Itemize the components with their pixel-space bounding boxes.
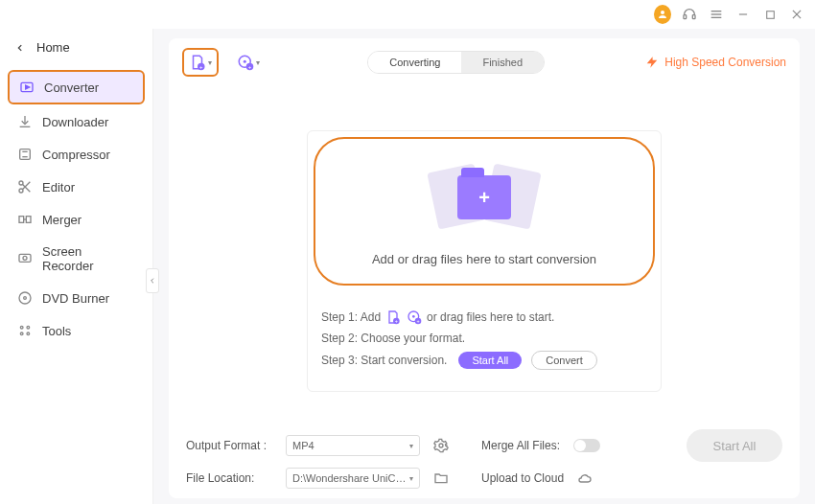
file-location-label: File Location: — [186, 471, 272, 485]
merger-icon — [17, 212, 33, 227]
gear-icon[interactable] — [433, 438, 449, 453]
upload-cloud-label: Upload to Cloud — [481, 471, 564, 485]
high-speed-label: High Speed Conversion — [664, 56, 786, 69]
download-icon — [17, 114, 33, 129]
svg-point-41 — [412, 315, 415, 318]
file-location-value: D:\Wondershare UniConverter 1 — [292, 472, 409, 484]
sidebar-item-editor[interactable]: Editor — [8, 172, 145, 202]
sidebar-collapse[interactable] — [146, 268, 159, 293]
converter-icon — [19, 80, 35, 95]
close-icon[interactable] — [788, 6, 805, 23]
svg-point-34 — [244, 60, 246, 63]
file-location-select[interactable]: D:\Wondershare UniConverter 1 ▾ — [286, 468, 420, 489]
plus-icon: + — [478, 187, 490, 209]
sidebar-item-merger[interactable]: Merger — [8, 204, 145, 235]
start-all-mini-button[interactable]: Start All — [458, 352, 522, 369]
folder-icon[interactable] — [433, 470, 449, 486]
svg-rect-23 — [19, 254, 31, 262]
svg-text:+: + — [199, 64, 203, 70]
main-area: + ▾ + ▾ Converting Finished High Speed C… — [153, 29, 815, 504]
content-panel: + ▾ + ▾ Converting Finished High Speed C… — [169, 38, 800, 498]
svg-point-28 — [27, 326, 30, 329]
titlebar — [0, 0, 815, 29]
step1-prefix: Step 1: Add — [321, 310, 381, 324]
chevron-left-icon — [15, 43, 25, 53]
convert-mini-button[interactable]: Convert — [531, 351, 597, 370]
svg-text:+: + — [248, 64, 252, 70]
output-format-select[interactable]: MP4 ▾ — [286, 435, 420, 456]
svg-text:+: + — [395, 318, 398, 324]
add-file-button[interactable]: + ▾ — [182, 48, 219, 77]
step3-text: Step 3: Start conversion. — [321, 354, 447, 367]
sidebar-item-label: Screen Recorder — [42, 244, 135, 273]
back-home[interactable]: Home — [8, 36, 145, 58]
home-label: Home — [36, 40, 70, 55]
sidebar-item-label: DVD Burner — [42, 291, 109, 306]
headset-icon[interactable] — [681, 6, 698, 23]
tab-segment: Converting Finished — [367, 51, 545, 74]
sidebar-item-downloader[interactable]: Downloader — [8, 106, 145, 137]
lightning-icon — [645, 56, 659, 69]
svg-point-25 — [19, 292, 31, 304]
tab-converting[interactable]: Converting — [368, 52, 461, 73]
drop-text: Add or drag files here to start conversi… — [372, 252, 596, 266]
maximize-icon[interactable] — [761, 6, 779, 23]
step1-suffix: or drag files here to start. — [427, 310, 554, 324]
svg-rect-1 — [684, 15, 687, 19]
toolbar: + ▾ + ▾ Converting Finished High Speed C… — [182, 48, 786, 77]
svg-rect-13 — [20, 149, 31, 160]
chevron-down-icon: ▾ — [409, 442, 413, 450]
sidebar-item-label: Tools — [42, 324, 71, 338]
svg-text:+: + — [417, 318, 420, 324]
chevron-left-icon — [149, 277, 156, 285]
sidebar-item-label: Converter — [44, 80, 99, 95]
disc-icon — [17, 290, 33, 306]
drop-zone[interactable]: + Add or drag files here to start conver… — [314, 137, 655, 286]
disc-plus-icon: + — [237, 54, 254, 71]
folder-illustration: + — [427, 158, 542, 235]
sidebar: Home Converter Downloader Compressor Edi… — [0, 29, 153, 504]
start-all-button[interactable]: Start All — [687, 429, 782, 462]
svg-point-29 — [20, 332, 23, 335]
sidebar-item-converter[interactable]: Converter — [8, 70, 145, 104]
svg-rect-2 — [692, 15, 695, 19]
merge-all-toggle[interactable] — [573, 439, 600, 452]
svg-rect-21 — [26, 217, 31, 223]
svg-marker-11 — [26, 85, 30, 89]
high-speed-toggle[interactable]: High Speed Conversion — [645, 56, 786, 69]
add-file-icon[interactable]: + — [384, 309, 402, 326]
add-disc-button[interactable]: + ▾ — [230, 48, 267, 77]
tab-finished[interactable]: Finished — [461, 52, 544, 73]
step-2: Step 2: Choose your format. — [321, 332, 647, 345]
sidebar-item-label: Compressor — [42, 148, 110, 162]
bottom-bar: Output Format : MP4 ▾ Merge All Files: S… — [182, 420, 786, 489]
menu-icon[interactable] — [708, 6, 725, 23]
svg-rect-20 — [19, 217, 24, 223]
chevron-down-icon: ▾ — [409, 474, 413, 483]
svg-point-27 — [20, 326, 23, 329]
disc-plus-icon[interactable]: + — [406, 309, 423, 326]
sidebar-item-label: Merger — [42, 213, 82, 227]
chevron-down-icon: ▾ — [208, 58, 212, 67]
sidebar-item-dvd-burner[interactable]: DVD Burner — [8, 283, 145, 313]
svg-point-26 — [24, 297, 27, 300]
tools-icon — [17, 323, 33, 338]
step-1: Step 1: Add + + or drag files here to st… — [321, 309, 647, 326]
sidebar-item-compressor[interactable]: Compressor — [8, 139, 145, 170]
add-file-icon: + — [189, 54, 206, 71]
output-format-value: MP4 — [292, 440, 314, 451]
sidebar-item-screen-recorder[interactable]: Screen Recorder — [8, 237, 145, 281]
sidebar-item-label: Editor — [42, 180, 75, 195]
output-format-label: Output Format : — [186, 439, 272, 452]
svg-rect-7 — [766, 11, 774, 18]
svg-point-24 — [23, 256, 27, 260]
cloud-icon[interactable] — [577, 470, 593, 486]
avatar-icon[interactable] — [654, 6, 671, 23]
step-3: Step 3: Start conversion. Start All Conv… — [321, 351, 647, 370]
minimize-icon[interactable] — [734, 6, 752, 23]
svg-point-0 — [661, 11, 664, 14]
svg-point-30 — [27, 332, 30, 335]
chevron-down-icon: ▾ — [256, 58, 260, 67]
sidebar-item-tools[interactable]: Tools — [8, 315, 145, 346]
svg-marker-37 — [647, 57, 658, 68]
